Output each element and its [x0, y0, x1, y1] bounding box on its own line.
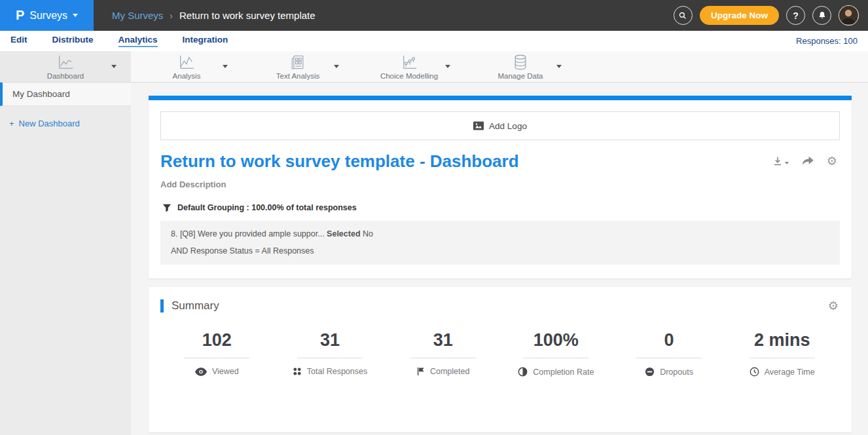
stat-value: 0	[613, 330, 726, 350]
tab-analytics[interactable]: Analytics	[118, 35, 158, 47]
add-logo-label: Add Logo	[489, 121, 527, 131]
eye-icon	[195, 368, 207, 376]
app-logo[interactable]: P Surveys	[0, 0, 94, 31]
stat-value: 31	[386, 330, 499, 350]
search-icon	[678, 11, 687, 20]
settings-button[interactable]: ⚙	[827, 155, 837, 167]
summary-title: Summary	[160, 299, 219, 312]
filter-criteria-line: AND Response Status = All Responses	[171, 246, 829, 256]
text-analysis-icon	[289, 54, 307, 71]
stat-label: Completed	[430, 367, 469, 376]
stat-value: 31	[274, 330, 387, 350]
stat-completion-rate: 100% Completion Rate	[499, 330, 613, 377]
dashboard-actions: ⚙	[772, 151, 840, 167]
clock-icon	[750, 367, 759, 377]
toolbar-item-label: Dashboard	[47, 72, 84, 80]
question-mark-icon: ?	[793, 10, 799, 21]
divider	[184, 358, 249, 358]
gear-icon: ⚙	[827, 155, 837, 167]
summary-card: Summary ⚙ 102	[149, 287, 852, 432]
stat-viewed: 102 Viewed	[160, 330, 274, 377]
toolbar-item-analysis[interactable]: Analysis	[131, 51, 242, 82]
add-logo-button[interactable]: Add Logo	[160, 111, 840, 140]
chevron-down-icon	[223, 65, 228, 68]
filter-criteria-line: 8. [Q8] Were you provided ample suppor..…	[171, 229, 829, 239]
scatter-chart-icon	[399, 54, 419, 71]
stat-average-time: 2 mins Average Time	[725, 330, 839, 377]
database-icon	[511, 54, 530, 71]
toolbar-item-choice-modelling[interactable]: Choice Modelling	[353, 51, 465, 82]
app-root: P Surveys My Surveys › Return to work su…	[0, 0, 868, 435]
add-description-field[interactable]: Add Description	[160, 180, 840, 189]
dashboard-header-card: Add Logo Return to work survey template …	[149, 96, 852, 278]
chevron-down-icon	[73, 14, 78, 17]
main-content: Add Logo Return to work survey template …	[131, 83, 868, 435]
stat-label: Viewed	[212, 367, 239, 376]
upgrade-now-button[interactable]: Upgrade Now	[700, 6, 779, 25]
help-button[interactable]: ?	[786, 6, 805, 25]
toolbar-item-label: Text Analysis	[276, 72, 319, 80]
plus-icon: +	[9, 119, 14, 128]
new-dashboard-button[interactable]: + New Dashboard	[9, 119, 131, 128]
tab-distribute[interactable]: Distribute	[52, 35, 94, 47]
chevron-down-icon	[111, 65, 117, 68]
chevron-down-icon	[445, 65, 450, 68]
toolbar-item-label: Manage Data	[497, 72, 543, 80]
toolbar-item-manage-data[interactable]: Manage Data	[465, 51, 576, 82]
responses-count: Responses: 100	[796, 36, 858, 46]
divider	[410, 358, 476, 358]
app-name: Surveys	[29, 10, 67, 22]
breadcrumb-current: Return to work survey template	[179, 10, 316, 21]
image-icon	[473, 121, 484, 130]
half-circle-icon	[518, 367, 528, 377]
section-tabs: Edit Distribute Analytics Integration Re…	[0, 31, 868, 51]
toolbar-item-label: Analysis	[173, 72, 201, 80]
filter-criteria-box: 8. [Q8] Were you provided ample suppor..…	[160, 221, 840, 265]
default-grouping-row[interactable]: Default Grouping : 100.00% of total resp…	[160, 203, 840, 212]
tab-edit[interactable]: Edit	[10, 35, 27, 47]
dots-grid-icon	[293, 367, 302, 376]
toolbar-item-text-analysis[interactable]: Text Analysis	[242, 51, 353, 82]
sidebar-item-my-dashboard[interactable]: My Dashboard	[0, 83, 131, 106]
sidebar-item-label: My Dashboard	[12, 89, 70, 99]
default-grouping-label: Default Grouping : 100.00% of total resp…	[177, 203, 357, 212]
summary-stats: 102 Viewed 31	[160, 330, 839, 377]
share-button[interactable]	[801, 156, 814, 166]
breadcrumb-parent[interactable]: My Surveys	[112, 10, 163, 21]
divider	[297, 358, 363, 358]
page-title: Return to work survey template - Dashboa…	[160, 151, 519, 172]
stat-total-responses: 31 Total Responses	[274, 330, 387, 377]
stat-value: 2 mins	[725, 330, 839, 350]
stat-label: Dropouts	[660, 368, 693, 377]
stat-value: 102	[160, 330, 274, 350]
filter-funnel-icon	[162, 203, 172, 212]
avatar[interactable]	[839, 5, 859, 26]
divider	[750, 358, 815, 358]
stat-value: 100%	[499, 330, 613, 350]
tab-integration[interactable]: Integration	[183, 35, 228, 47]
chevron-down-icon	[785, 162, 789, 164]
new-dashboard-label: New Dashboard	[19, 119, 80, 128]
summary-settings-button[interactable]: ⚙	[828, 300, 839, 312]
gear-icon: ⚙	[828, 300, 839, 312]
analysis-chart-icon	[177, 54, 196, 71]
bell-icon	[818, 10, 827, 20]
toolbar-item-dashboard[interactable]: Dashboard	[0, 51, 131, 82]
analytics-toolbar: Dashboard Analysis Text Analysis	[0, 51, 868, 83]
top-header: P Surveys My Surveys › Return to work su…	[0, 0, 868, 31]
brand-icon: P	[16, 8, 24, 23]
breadcrumb: My Surveys › Return to work survey templ…	[94, 10, 674, 21]
stat-label: Average Time	[765, 368, 815, 377]
download-button[interactable]	[772, 155, 789, 167]
chevron-down-icon	[556, 65, 562, 68]
line-chart-icon	[56, 54, 75, 71]
search-button[interactable]	[674, 6, 693, 25]
notifications-button[interactable]	[812, 6, 831, 25]
stat-dropouts: 0 Dropouts	[613, 330, 726, 377]
divider	[636, 358, 702, 358]
stat-completed: 31 Completed	[386, 330, 499, 377]
breadcrumb-separator: ›	[170, 10, 173, 21]
stat-label: Total Responses	[307, 367, 367, 376]
chevron-down-icon	[334, 65, 339, 68]
flag-icon	[416, 367, 425, 376]
